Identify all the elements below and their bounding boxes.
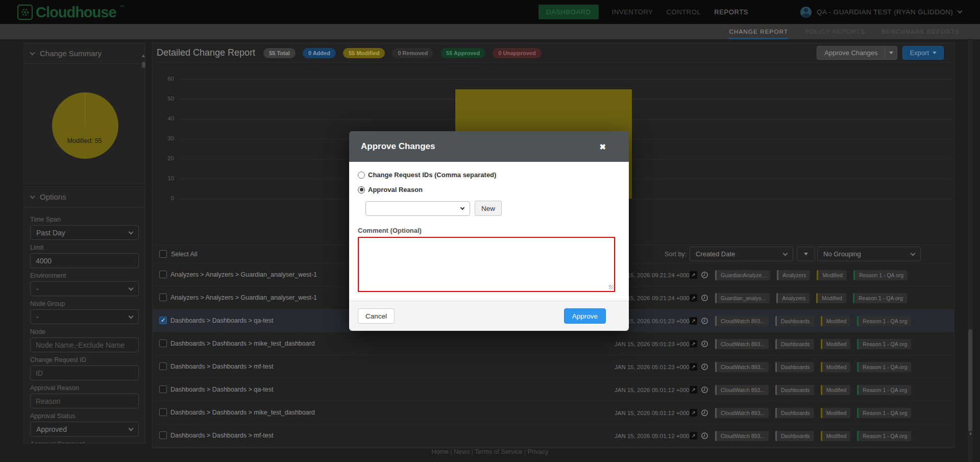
- approval-reason-controls: New: [365, 201, 620, 216]
- user-name: QA - GUARDIAN TEST (RYAN GLIDDON): [817, 8, 953, 16]
- nav-item-inventory[interactable]: INVENTORY: [612, 8, 653, 16]
- cloudhouse-logo[interactable]: Cloudhouse ™: [17, 4, 125, 21]
- field-label-time-span: Time Span: [30, 216, 139, 223]
- approve-changes-button[interactable]: Approve Changes: [817, 46, 885, 60]
- tag-reason: Reason 1 - QA org: [857, 339, 911, 349]
- row-checkbox[interactable]: [159, 271, 167, 278]
- options-title: Options: [40, 192, 66, 201]
- table-row[interactable]: Dashboards > Dashboards > mike_test_dash…: [153, 332, 954, 355]
- approve-button[interactable]: Approve: [564, 308, 606, 324]
- chevron-down-icon: [129, 313, 134, 319]
- history-clock-icon[interactable]: [701, 317, 708, 325]
- external-link-icon[interactable]: ↗: [690, 317, 697, 325]
- sidebar-scroll-up-arrow[interactable]: ▲: [141, 53, 146, 58]
- approve-changes-menu-button[interactable]: [885, 46, 897, 60]
- row-checkbox[interactable]: [159, 362, 167, 370]
- history-clock-icon[interactable]: [701, 363, 708, 371]
- row-checkbox[interactable]: [159, 339, 167, 347]
- gridline: [179, 99, 953, 100]
- select-time-span[interactable]: Past Day: [30, 225, 139, 240]
- external-link-icon[interactable]: ↗: [690, 271, 697, 279]
- modal-body: Change Request IDs (Comma separated) App…: [349, 162, 629, 301]
- footer-link-news[interactable]: News: [454, 448, 470, 455]
- history-clock-icon[interactable]: [701, 409, 708, 417]
- change-request-ids-radio[interactable]: [358, 172, 365, 179]
- window-scroll-down-arrow[interactable]: ▼: [968, 431, 973, 436]
- external-link-icon[interactable]: ↗: [690, 294, 697, 302]
- select-all-checkbox[interactable]: [159, 250, 167, 258]
- approval-reason-radio[interactable]: [358, 186, 365, 193]
- tab-benchmark-reports[interactable]: BENCHMARK REPORTS: [882, 24, 960, 39]
- footer-link-privacy[interactable]: Privacy: [528, 448, 549, 455]
- report-tabbar: CHANGE REPORTPOLICY REPORTSBENCHMARK REP…: [0, 24, 980, 39]
- sort-direction-button[interactable]: [797, 247, 815, 261]
- row-checkbox[interactable]: [159, 385, 167, 393]
- approval-reason-select[interactable]: [365, 201, 470, 216]
- external-link-icon[interactable]: ↗: [690, 363, 697, 371]
- field-label-node: Node: [30, 328, 139, 335]
- row-checkbox[interactable]: [159, 408, 167, 416]
- change-summary-header[interactable]: Change Summary: [24, 43, 145, 64]
- select-node-group[interactable]: -: [30, 309, 139, 324]
- new-reason-button[interactable]: New: [475, 201, 502, 216]
- select-approval-status[interactable]: Approved: [30, 422, 139, 436]
- comment-textarea[interactable]: [358, 237, 615, 292]
- input-node[interactable]: [30, 337, 139, 352]
- sort-select[interactable]: Created Date: [690, 247, 793, 261]
- footer-link-terms-of-service[interactable]: Terms of Service: [475, 448, 522, 455]
- nav-item-reports[interactable]: REPORTS: [714, 8, 748, 16]
- select-all-label: Select All: [171, 251, 197, 258]
- logo-text: Cloudhouse: [36, 4, 116, 21]
- input-change-request-id[interactable]: [30, 366, 139, 380]
- row-checkbox[interactable]: ✓: [159, 317, 167, 324]
- nav-item-control[interactable]: CONTROL: [667, 8, 701, 16]
- history-clock-icon[interactable]: [701, 340, 708, 348]
- grouping-select[interactable]: No Grouping: [817, 247, 921, 261]
- history-clock-icon[interactable]: [701, 294, 708, 302]
- row-checkbox[interactable]: [159, 431, 167, 439]
- table-row[interactable]: Dashboards > Dashboards > mike_test_dash…: [153, 401, 954, 424]
- nav-item-dashboard[interactable]: DASHBOARD: [538, 5, 599, 19]
- select-environment[interactable]: -: [30, 281, 139, 296]
- sidebar-scrollbar-thumb[interactable]: [142, 62, 145, 68]
- history-clock-icon[interactable]: [701, 271, 708, 279]
- window-scrollbar-thumb[interactable]: [968, 329, 972, 431]
- options-header[interactable]: Options: [24, 187, 145, 207]
- row-path: Analyzers > Analyzers > Guardian_analyse…: [170, 286, 317, 309]
- history-clock-icon[interactable]: [701, 386, 708, 394]
- input-approval-reason[interactable]: [30, 394, 139, 408]
- grouping-select-value: No Grouping: [823, 250, 861, 258]
- external-link-icon[interactable]: ↗: [690, 409, 697, 417]
- cancel-button[interactable]: Cancel: [358, 308, 395, 324]
- row-checkbox[interactable]: [159, 294, 167, 301]
- tab-policy-reports[interactable]: POLICY REPORTS: [805, 24, 865, 39]
- input-limit[interactable]: [30, 253, 139, 268]
- row-path: Dashboards > Dashboards > qa-test: [170, 378, 274, 401]
- table-row[interactable]: Dashboards > Dashboards > qa-testJAN 15,…: [153, 378, 954, 401]
- tag-modified: Modified: [821, 385, 851, 395]
- sort-by-label: Sort by:: [665, 251, 687, 258]
- chevron-down-icon: [30, 193, 35, 199]
- footer-link-home[interactable]: Home: [431, 448, 448, 455]
- tag-reason: Reason 1 - QA org: [857, 385, 911, 395]
- tab-change-report[interactable]: CHANGE REPORT: [729, 24, 788, 39]
- tag-name: CloudWatch 893...: [715, 362, 769, 372]
- table-row[interactable]: Dashboards > Dashboards > mf-testJAN 15,…: [153, 355, 954, 378]
- external-link-icon[interactable]: ↗: [690, 432, 697, 440]
- tag-modified: Modified: [816, 293, 846, 303]
- row-date: JAN 15, 2026 05:01:23 +0000: [615, 341, 686, 347]
- external-link-icon[interactable]: ↗: [690, 340, 697, 348]
- chevron-down-icon: [958, 9, 963, 14]
- row-meta: JAN 15, 2026 05:01:12 +0000↗CloudWatch 8…: [615, 378, 911, 401]
- export-button[interactable]: Export: [902, 46, 944, 60]
- badge-added: 0 Added: [303, 48, 336, 58]
- close-icon[interactable]: ✖: [599, 143, 606, 151]
- external-link-icon[interactable]: ↗: [690, 386, 697, 394]
- gridline: [179, 119, 953, 119]
- pie-label: Modified: 55: [24, 137, 145, 144]
- history-clock-icon[interactable]: [701, 432, 708, 440]
- badge-unapproved: 0 Unapproved: [493, 48, 541, 58]
- tag-name: CloudWatch 893...: [715, 316, 769, 326]
- table-row[interactable]: Dashboards > Dashboards > mf-testJAN 15,…: [153, 424, 954, 447]
- user-menu[interactable]: QA - GUARDIAN TEST (RYAN GLIDDON): [800, 0, 962, 24]
